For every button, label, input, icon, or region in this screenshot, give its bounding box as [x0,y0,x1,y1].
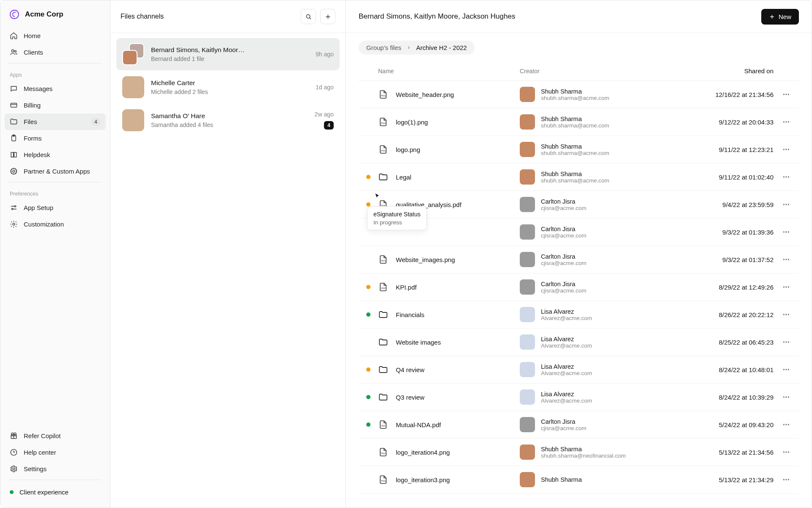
row-actions-button[interactable] [782,255,791,264]
new-button[interactable]: New [761,9,799,25]
svg-point-13 [13,468,15,470]
sidebar-item-partner-apps[interactable]: Partner & Custom Apps [5,163,106,179]
table-row[interactable]: PDFKPI.pdfCarlton Jisracjisra@acme.com8/… [359,273,799,301]
creator-name: Lisa Alvarez [541,308,592,315]
table-row[interactable]: Website imagesLisa AlvarezAlvarez@acme.c… [359,329,799,356]
avatar-stack-icon [122,43,144,65]
brand-name: Acme Corp [25,10,63,19]
row-actions-button[interactable] [782,172,791,182]
sidebar-item-refer[interactable]: Refer Copilot [5,428,106,444]
table-row[interactable]: PDFMutual-NDA.pdfCarlton Jisracjisra@acm… [359,411,799,439]
svg-point-45 [783,314,785,315]
svg-point-48 [783,341,785,342]
sidebar-item-clients[interactable]: Clients [5,44,106,61]
svg-point-42 [783,286,785,287]
col-shared-header[interactable]: Shared on [664,67,774,75]
breadcrumb-root[interactable]: Group's files [366,44,401,51]
shared-date: 9/12/22 at 20:04:33 [664,119,774,126]
sidebar-item-messages[interactable]: Messages [5,80,106,97]
channel-subtitle: Michelle added 2 files [151,88,309,95]
table-row[interactable]: PNGlogo_iteration3.pngShubh Sharma5/13/2… [359,466,799,494]
sidebar-item-label: Help center [24,449,56,456]
table-row[interactable]: FinancialsLisa AlvarezAlvarez@acme.com8/… [359,301,799,329]
svg-point-9 [12,208,13,210]
table-row[interactable]: PNGWebsite_images.pngCarlton Jisracjisra… [359,246,799,273]
plus-icon [769,14,775,20]
gift-icon [10,432,18,440]
status-dot-amber-icon [366,175,370,179]
channel-time: 1d ago [315,84,334,91]
unread-badge: 4 [324,121,334,130]
row-actions-button[interactable] [782,392,791,402]
table-row[interactable]: Q4 reviewLisa AlvarezAlvarez@acme.com8/2… [359,356,799,384]
avatar-icon [520,444,535,460]
creator-email: shubh.sharma@neofinancial.com [541,453,626,459]
sidebar-item-settings[interactable]: Settings [5,461,106,477]
creator-name: Shubh Sharma [541,143,609,150]
table-row[interactable]: LegalShubh Sharmashubh.sharma@acme.com9/… [359,163,799,191]
svg-text:PDF: PDF [381,425,386,427]
row-actions-button[interactable] [782,447,791,457]
tooltip-title: eSignature Status [373,211,420,218]
avatar-icon [520,142,535,157]
svg-point-1 [11,50,14,52]
folder-icon [378,172,388,182]
sidebar-item-label: Billing [24,102,41,109]
file-name: Q4 review [396,366,425,373]
table-row[interactable]: PNGlogo_iteration4.pngShubh Sharmashubh.… [359,439,799,466]
table-row[interactable]: PNGWebsite_header.pngShubh Sharmashubh.s… [359,81,799,108]
search-button[interactable] [301,9,316,24]
svg-point-43 [785,286,787,287]
row-actions-button[interactable] [782,475,791,484]
svg-point-36 [788,231,789,232]
creator-name: Lisa Alvarez [541,336,592,342]
brand[interactable]: Acme Corp [5,6,106,28]
avatar-icon [520,389,535,405]
file-name: Website images [396,339,441,346]
row-actions-button[interactable] [782,145,791,154]
channel-item[interactable]: Bernard Simons, Kaitlyn Moor…Bernard add… [116,38,340,70]
add-channel-button[interactable] [320,9,335,24]
svg-point-40 [788,259,789,260]
sidebar-item-files[interactable]: Files 4 [5,113,106,130]
sidebar-item-home[interactable]: Home [5,28,106,44]
col-creator-header[interactable]: Creator [520,67,664,75]
folder-icon [378,364,388,375]
col-name-header[interactable]: Name [378,67,520,75]
creator-name: Shubh Sharma [541,171,609,177]
client-experience[interactable]: Client experience [5,483,106,502]
sidebar-item-help[interactable]: Help center [5,444,106,461]
file-name: Legal [396,174,411,181]
channel-item[interactable]: Michelle CarterMichelle added 2 files1d … [116,71,340,103]
file-name: KPI.pdf [396,284,417,291]
table-row[interactable]: PNGlogo(1).pngShubh Sharmashubh.sharma@a… [359,108,799,136]
users-icon [10,48,18,56]
table-row[interactable]: Q3 reviewLisa AlvarezAlvarez@acme.com8/2… [359,384,799,411]
row-actions-button[interactable] [782,337,791,347]
sidebar-item-appsetup[interactable]: App Setup [5,199,106,216]
row-actions-button[interactable] [782,282,791,292]
breadcrumb-current[interactable]: Archive H2 - 2022 [416,44,467,51]
svg-point-28 [785,176,787,177]
row-actions-button[interactable] [782,310,791,319]
status-dot-green-icon [366,395,370,399]
row-actions-button[interactable] [782,227,791,237]
sidebar-item-customization[interactable]: Customization [5,216,106,232]
avatar-icon [520,307,535,322]
row-actions-button[interactable] [782,420,791,429]
row-actions-button[interactable] [782,200,791,209]
sidebar-item-helpdesk[interactable]: Helpdesk [5,146,106,163]
svg-point-22 [788,121,789,122]
files-icon [10,118,18,126]
svg-point-66 [783,479,785,480]
channel-item[interactable]: Samantha O' HareSamantha added 4 files2w… [116,104,340,136]
svg-point-51 [783,369,785,370]
table-row[interactable]: PDFqualitative_analysis.pdfCarlton Jisra… [359,191,799,218]
sidebar-item-forms[interactable]: Forms [5,130,106,146]
creator-email: shubh.sharma@acme.com [541,95,609,101]
row-actions-button[interactable] [782,90,791,99]
table-row[interactable]: PNGlogo.pngShubh Sharmashubh.sharma@acme… [359,136,799,163]
row-actions-button[interactable] [782,117,791,127]
row-actions-button[interactable] [782,365,791,374]
sidebar-item-billing[interactable]: Billing [5,97,106,113]
